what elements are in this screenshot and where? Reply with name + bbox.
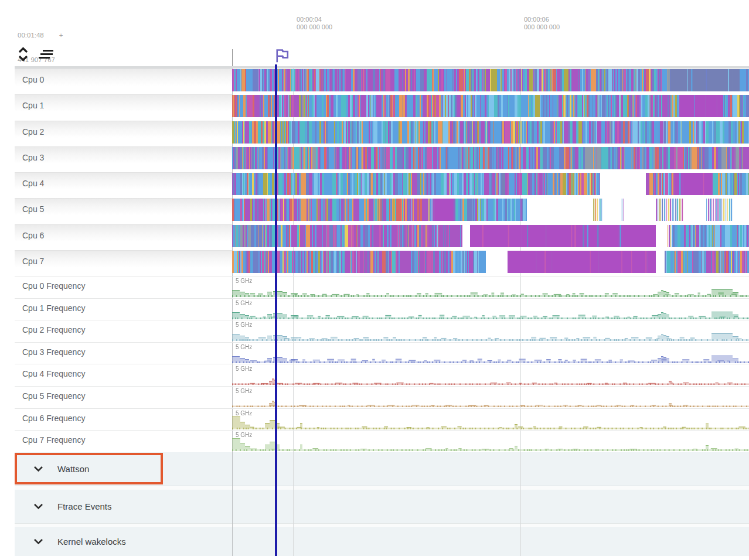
section-header[interactable]: Wattson (15, 452, 89, 486)
track-area-left-border (232, 49, 233, 66)
section-label: Wattson (57, 464, 89, 474)
freq-counter-track[interactable] (232, 364, 749, 385)
timeline-marker-line[interactable] (275, 64, 277, 556)
chevron-down-icon[interactable] (33, 538, 43, 545)
cpu-track-label-cell[interactable] (15, 94, 232, 117)
cpu-track-label[interactable]: Cpu 2 (22, 127, 44, 136)
cpu-track-label-cell[interactable] (15, 224, 232, 247)
freq-scale-label: 5 GHz (236, 278, 252, 284)
section-label: Kernel wakelocks (57, 537, 126, 547)
section-separator (15, 523, 749, 527)
cpu-sched-track[interactable] (232, 121, 749, 144)
section-header[interactable]: Ftrace Events (15, 490, 112, 523)
freq-counter-track[interactable] (232, 430, 749, 452)
cpu-track-label-cell[interactable] (15, 121, 232, 144)
section-row-wattson[interactable] (15, 452, 749, 486)
timeline-tick-label: 00:00:04000 000 000 (297, 16, 332, 31)
cpu-sched-track[interactable] (232, 225, 749, 247)
perfetto-trace-viewer: 00:01:48+ 441 907 767 00:00:04000 000 00… (0, 0, 749, 560)
freq-track-label[interactable]: Cpu 0 Frequency (22, 281, 85, 291)
freq-scale-label: 5 GHz (236, 410, 252, 416)
cpu-sched-track[interactable] (232, 95, 749, 117)
freq-track-label[interactable]: Cpu 2 Frequency (22, 325, 85, 334)
freq-counter-track[interactable] (232, 408, 749, 430)
unfold-tracks-icon[interactable] (18, 46, 29, 64)
freq-scale-label: 5 GHz (236, 366, 252, 372)
freq-track-label[interactable]: Cpu 1 Frequency (22, 303, 85, 313)
marker-flag-icon[interactable] (273, 45, 291, 69)
cpu-track-label-cell[interactable] (15, 198, 232, 221)
cpu-track-label[interactable]: Cpu 7 (22, 257, 44, 266)
freq-scale-label: 5 GHz (236, 300, 252, 306)
cpu-track-label[interactable]: Cpu 1 (22, 101, 44, 110)
freq-track-label[interactable]: Cpu 6 Frequency (22, 414, 85, 423)
freq-counter-track[interactable] (232, 320, 749, 342)
chevron-down-icon[interactable] (33, 466, 43, 472)
timeline-header: 00:01:48+ 441 907 767 (0, 0, 749, 66)
cpu-track-label[interactable]: Cpu 4 (22, 179, 44, 188)
cpu-track-label[interactable]: Cpu 5 (22, 204, 44, 214)
freq-scale-label: 5 GHz (236, 322, 252, 328)
section-separator (15, 486, 749, 490)
chevron-down-icon[interactable] (33, 503, 43, 510)
cpu-track-label-cell[interactable] (15, 250, 232, 273)
section-row-ftrace-events[interactable] (15, 490, 749, 523)
cpu-track-label[interactable]: Cpu 3 (22, 153, 44, 162)
freq-track-label[interactable]: Cpu 5 Frequency (22, 391, 85, 401)
cpu-track-label-cell[interactable] (15, 172, 232, 195)
freq-counter-track[interactable] (232, 342, 749, 364)
viewport-plus-sign: + (59, 32, 63, 39)
cpu-sched-track[interactable] (232, 147, 749, 169)
freq-track-label[interactable]: Cpu 7 Frequency (22, 435, 85, 445)
freq-counter-track[interactable] (232, 298, 749, 320)
freq-scale-label: 5 GHz (236, 344, 252, 350)
cpu-sched-track[interactable] (232, 251, 749, 273)
freq-counter-track[interactable] (232, 386, 749, 408)
freq-counter-track[interactable] (232, 276, 749, 298)
freq-track-label[interactable]: Cpu 4 Frequency (22, 369, 85, 378)
section-header[interactable]: Kernel wakelocks (15, 527, 126, 556)
cpu-track-label-cell[interactable] (15, 146, 232, 169)
cpu-sched-track[interactable] (232, 199, 749, 221)
section-label: Ftrace Events (57, 501, 112, 511)
freq-scale-label: 5 GHz (236, 432, 252, 438)
cpu-sched-track[interactable] (232, 173, 749, 195)
viewport-time: 00:01:48 (18, 32, 44, 39)
cpu-sched-track[interactable] (232, 69, 749, 91)
sort-tracks-icon[interactable] (38, 49, 55, 63)
cpu-track-label[interactable]: Cpu 6 (22, 231, 44, 240)
freq-track-label[interactable]: Cpu 3 Frequency (22, 347, 85, 357)
timeline-tick-label: 00:00:06000 000 000 (524, 16, 560, 31)
freq-scale-label: 5 GHz (236, 388, 252, 394)
